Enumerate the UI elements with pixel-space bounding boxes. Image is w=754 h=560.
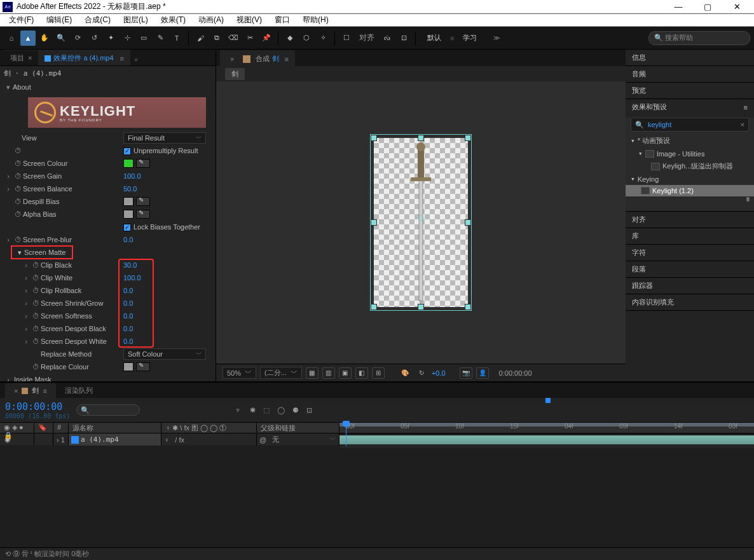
tl-icon-2[interactable]: ✱ [250,406,256,414]
menu-help[interactable]: 帮助(H) [296,13,335,27]
inside-mask-group[interactable]: Inside Mask [14,376,51,381]
eyedropper-icon[interactable] [136,362,150,371]
puppet-tool-icon[interactable]: 📌 [259,31,274,46]
lock-biases-checkbox[interactable]: ✓ [123,224,131,231]
tree-keylight-spill[interactable]: Keyligh...级溢出抑制器 [626,160,754,173]
clip-rollback-value[interactable]: 0.0 [123,287,133,294]
menu-effect[interactable]: 效果(T) [154,13,192,27]
layer-name[interactable]: a (4).mp4 [81,435,119,444]
eyedropper-icon[interactable] [136,210,150,219]
panel-footer-icon[interactable]: ▝ [626,196,754,207]
menu-view[interactable]: 视图(V) [230,13,268,27]
camera-tool-icon[interactable]: ✦ [103,31,118,46]
toolbar-icon-b[interactable]: ⬡ [299,31,314,46]
composition-viewport[interactable] [216,81,626,364]
replace-colour-swatch[interactable] [123,362,134,371]
tl-icon-1[interactable]: ᯤ [235,406,242,414]
shrink-grow-value[interactable]: 0.0 [123,299,133,307]
despot-white-value[interactable]: 0.0 [123,338,133,345]
window-minimize-button[interactable]: ― [664,0,693,14]
window-close-button[interactable]: ✕ [722,0,751,14]
exposure-reset-icon[interactable]: ↻ [415,367,428,379]
orbit-tool-icon[interactable]: ⟳ [70,31,85,46]
marker-icon[interactable] [545,398,551,403]
menu-layer[interactable]: 图层(L) [117,13,154,27]
roto-tool-icon[interactable]: ✂ [242,31,257,46]
tab-project[interactable]: 项目× [4,50,38,65]
workspace-learn[interactable]: 学习 [455,33,484,43]
snap-toggle-icon[interactable]: ☐ [339,31,354,46]
brush-tool-icon[interactable]: 🖌 [193,31,208,46]
tree-keying[interactable]: ▾ Keying [626,173,754,185]
tab-composition-viewer[interactable]: × 合成 剑 ≡ [220,50,295,66]
menu-edit[interactable]: 编辑(E) [40,13,78,27]
menu-composition[interactable]: 合成(C) [78,13,117,27]
panel-menu-icon[interactable]: ≡ [744,104,748,111]
timeline-tab-render-queue[interactable]: 渲染队列 [56,383,102,398]
tl-icon-5[interactable]: ⚈ [292,406,299,414]
search-help-input[interactable]: 🔍 搜索帮助 [648,31,750,45]
panel-character[interactable]: 字符 [626,245,754,261]
workspace-default[interactable]: 默认 [420,33,449,43]
toolbar-icon-d[interactable]: ᔔ [380,31,395,46]
viewer-btn-3[interactable]: ▣ [339,367,352,379]
tree-image-utilities[interactable]: ▾ Image - Utilities [626,147,754,160]
text-tool-icon[interactable]: T [169,31,184,46]
tl-icon-3[interactable]: ⬚ [263,406,270,414]
alpha-bias-swatch[interactable] [123,210,134,219]
parent-value[interactable]: 无 [272,435,279,444]
home-icon[interactable]: ⌂ [4,31,19,46]
selection-tool-icon[interactable]: ▲ [20,31,36,46]
panel-preview[interactable]: 预览 [626,83,754,99]
col-parent[interactable]: 父级和链接 [257,423,339,433]
panel-paragraph[interactable]: 段落 [626,261,754,277]
clip-black-value[interactable]: 30.0 [123,261,137,269]
screen-balance-value[interactable]: 50.0 [123,185,137,193]
toolbar-icon-e[interactable]: ⊡ [396,31,411,46]
viewer-btn-2[interactable]: ▥ [322,367,335,379]
panel-libraries[interactable]: 库 [626,228,754,244]
effects-search-input[interactable]: 🔍keylight× [631,118,749,132]
viewer-btn-1[interactable]: ▦ [306,367,319,379]
pickwhip-icon[interactable]: @ [259,436,266,444]
exposure-value[interactable]: +0.0 [432,369,446,377]
tab-effect-controls[interactable]: 效果控件 a (4).mp4≡ [38,50,130,65]
toolbar-icon-a[interactable]: ◆ [282,31,298,46]
current-time-indicator[interactable] [346,422,346,446]
screen-matte-group[interactable]: Screen Matte [24,249,65,256]
menu-window[interactable]: 窗口 [268,13,296,27]
despill-bias-swatch[interactable] [123,197,134,206]
show-snapshot-icon[interactable]: 👤 [476,367,489,379]
softness-value[interactable]: 0.0 [123,312,133,320]
screen-preblur-value[interactable]: 0.0 [123,236,133,243]
eye-icon[interactable]: ◉ [3,435,13,444]
eyedropper-icon[interactable] [136,159,150,168]
tree-keylight12[interactable]: Keylight (1.2) [626,185,754,196]
snapshot-icon[interactable]: 📷 [460,367,472,379]
clone-tool-icon[interactable]: ⧉ [209,31,224,46]
panel-align[interactable]: 对齐 [626,212,754,228]
panel-info[interactable]: 信息 [626,50,754,65]
time-ruler[interactable]: 00f 05f 10f 15f 04f 09f 14f 03f [339,422,754,434]
panel-content-aware[interactable]: 内容识别填充 [626,294,754,310]
zoom-dropdown[interactable]: 50%﹀ [223,367,256,379]
timeline-search[interactable]: 🔍 [76,404,140,416]
panel-effects-presets[interactable]: 效果和预设≡ [626,99,754,115]
current-timecode[interactable]: 0:00:00:00 [5,401,70,413]
workspace-more-icon[interactable]: ≫ [486,34,507,41]
menu-animation[interactable]: 动画(A) [192,13,230,27]
color-mgmt-icon[interactable]: 🎨 [399,367,411,379]
tree-anim-presets[interactable]: ▾ * 动画预设 [626,134,754,147]
layer-row-1[interactable]: ◉ › 1 a (4).mp4 ♀ / fx @ 无﹀ [0,434,339,446]
shape-tool-icon[interactable]: ▭ [136,31,151,46]
viewer-time[interactable]: 0:00:00:00 [499,369,532,377]
eyedropper-icon[interactable] [136,197,150,206]
panel-tracker[interactable]: 跟踪器 [626,278,754,294]
window-maximize-button[interactable]: ▢ [693,0,722,14]
screen-gain-value[interactable]: 100.0 [123,172,141,180]
lock-icon[interactable]: × [226,55,238,63]
toolbar-icon-c[interactable]: ✧ [315,31,331,46]
rotate-tool-icon[interactable]: ↺ [86,31,102,46]
tl-icon-6[interactable]: ⊡ [306,406,312,414]
about-group[interactable]: About [13,83,31,91]
